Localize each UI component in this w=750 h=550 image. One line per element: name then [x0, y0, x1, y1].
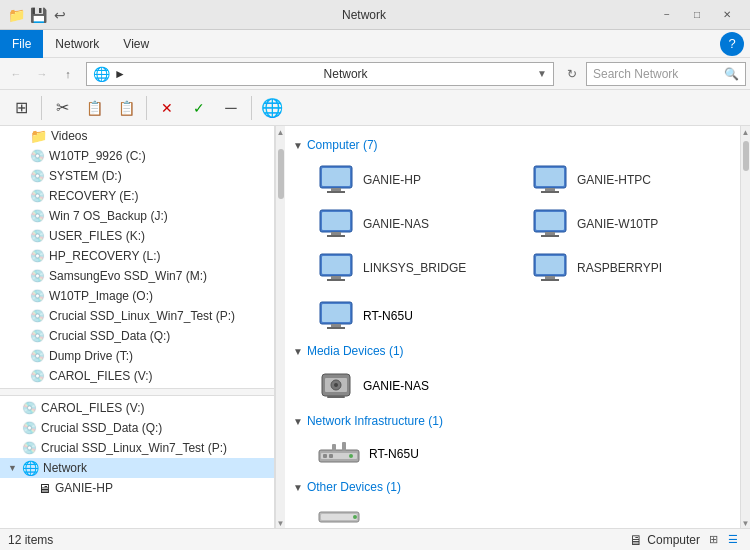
cut-button[interactable]: ✂	[47, 93, 77, 123]
details-view-button[interactable]: ☰	[724, 531, 742, 549]
up-button[interactable]: ↑	[56, 62, 80, 86]
scroll-down-arrow[interactable]: ▼	[277, 519, 285, 528]
maximize-button[interactable]: □	[682, 5, 712, 25]
svg-rect-5	[536, 168, 564, 186]
sidebar-item-t[interactable]: 💿 Dump Drive (T:)	[0, 346, 274, 366]
scroll-up-arrow[interactable]: ▲	[277, 128, 285, 137]
section-header-media[interactable]: ▼ Media Devices (1)	[293, 340, 732, 362]
navigation-toolbar: ← → ↑ 🌐 ► Network ▼ ↻ Search Network 🔍	[0, 58, 750, 90]
drive-v-icon: 💿	[30, 369, 45, 383]
content-scroll[interactable]: ▲ ▼	[740, 126, 750, 528]
computer-item-ganie-w10tp[interactable]: GANIE-W10TP	[523, 204, 733, 244]
copy-button[interactable]: 📋	[79, 93, 109, 123]
save-icon[interactable]: 💾	[30, 7, 46, 23]
drive-o-icon: 💿	[30, 289, 45, 303]
drive-m-icon: 💿	[30, 269, 45, 283]
drive-k-icon: 💿	[30, 229, 45, 243]
search-placeholder: Search Network	[593, 67, 724, 81]
sidebar-item-crucial-q2[interactable]: 💿 Crucial SSD_Data (Q:)	[0, 418, 274, 438]
sidebar-item-carol[interactable]: 💿 CAROL_FILES (V:)	[0, 398, 274, 418]
content-scroll-down[interactable]: ▼	[742, 519, 750, 528]
label-raspberry: RASPBERRYPI	[577, 261, 662, 275]
svg-rect-15	[541, 235, 559, 237]
address-bar[interactable]: 🌐 ► Network ▼	[86, 62, 554, 86]
sidebar-item-crucial-p2[interactable]: 💿 Crucial SSD_Linux_Win7_Test (P:)	[0, 438, 274, 458]
section-header-computer[interactable]: ▼ Computer (7)	[293, 134, 732, 156]
large-icons-view-button[interactable]: ⊞	[704, 531, 722, 549]
title-bar-icons: 📁 💾 ↩	[8, 7, 68, 23]
address-dropdown-icon[interactable]: ▼	[537, 68, 547, 79]
content-scroll-up[interactable]: ▲	[742, 128, 750, 137]
computer-item-raspberry[interactable]: RASPBERRYPI	[523, 248, 733, 288]
forward-button[interactable]: →	[30, 62, 54, 86]
status-bar: 12 items 🖥 Computer ⊞ ☰	[0, 528, 750, 550]
label-linksys: LINKSYS_BRIDGE	[363, 261, 466, 275]
sidebar-label-v: CAROL_FILES (V:)	[49, 369, 153, 383]
sidebar-item-c[interactable]: 💿 W10TP_9926 (C:)	[0, 146, 274, 166]
section-header-other[interactable]: ▼ Other Devices (1)	[293, 476, 732, 498]
sidebar-item-k[interactable]: 💿 USER_FILES (K:)	[0, 226, 274, 246]
refresh-button[interactable]: ↻	[560, 62, 584, 86]
sidebar-label-e: RECOVERY (E:)	[49, 189, 139, 203]
status-item-count: 12 items	[8, 533, 53, 547]
computer-item-ganie-hp[interactable]: GANIE-HP	[309, 160, 519, 200]
sidebar-item-network[interactable]: ▼ 🌐 Network	[0, 458, 274, 478]
sidebar-item-ganie-hp[interactable]: 🖥 GANIE-HP	[0, 478, 274, 498]
sidebar-item-j[interactable]: 💿 Win 7 OS_Backup (J:)	[0, 206, 274, 226]
sidebar-label-videos: Videos	[51, 129, 87, 143]
crucial-p2-icon: 💿	[22, 441, 37, 455]
computer-item-rt[interactable]: RT-N65U	[309, 296, 509, 336]
other-device-svg	[317, 506, 361, 528]
media-item-ganie-nas[interactable]: GANIE-NAS	[309, 366, 509, 406]
sidebar-item-d[interactable]: 💿 SYSTEM (D:)	[0, 166, 274, 186]
computer-item-ganie-htpc[interactable]: GANIE-HTPC	[523, 160, 733, 200]
section-header-infra[interactable]: ▼ Network Infrastructure (1)	[293, 410, 732, 432]
svg-rect-22	[545, 276, 555, 279]
minimize-button[interactable]: −	[652, 5, 682, 25]
svg-point-42	[353, 515, 357, 519]
close-button[interactable]: ✕	[712, 5, 742, 25]
section-label-media: Media Devices (1)	[307, 344, 404, 358]
sidebar-item-v[interactable]: 💿 CAROL_FILES (V:)	[0, 366, 274, 386]
paste-button[interactable]: 📋	[111, 93, 141, 123]
sidebar-item-e[interactable]: 💿 RECOVERY (E:)	[0, 186, 274, 206]
sidebar-scroll[interactable]: ▲ ▼	[275, 126, 285, 528]
properties-button[interactable]: ─	[216, 93, 246, 123]
sidebar-item-o[interactable]: 💿 W10TP_Image (O:)	[0, 286, 274, 306]
infra-item-rt[interactable]: RT-N65U	[309, 436, 509, 472]
scroll-track	[278, 139, 284, 517]
search-box[interactable]: Search Network 🔍	[586, 62, 746, 86]
view-menu[interactable]: View	[111, 30, 161, 58]
sidebar-label-carol: CAROL_FILES (V:)	[41, 401, 145, 415]
view-toggle-button[interactable]: ⊞	[6, 93, 36, 123]
drive-q-icon: 💿	[30, 329, 45, 343]
sidebar-item-videos[interactable]: 📁 Videos	[0, 126, 274, 146]
computer-item-ganie-nas[interactable]: GANIE-NAS	[309, 204, 519, 244]
undo-icon[interactable]: ↩	[52, 7, 68, 23]
other-item-1[interactable]	[309, 502, 509, 528]
scroll-thumb[interactable]	[278, 149, 284, 199]
separator-1	[41, 96, 42, 120]
sidebar-item-m[interactable]: 💿 SamsungEvo SSD_Win7 (M:)	[0, 266, 274, 286]
sidebar-item-q[interactable]: 💿 Crucial SSD_Data (Q:)	[0, 326, 274, 346]
label-ganie-hp: GANIE-HP	[363, 173, 421, 187]
monitor-svg-ganie-w10tp	[531, 208, 569, 240]
sidebar-item-p[interactable]: 💿 Crucial SSD_Linux_Win7_Test (P:)	[0, 306, 274, 326]
svg-rect-36	[329, 454, 333, 458]
network-menu[interactable]: Network	[43, 30, 111, 58]
delete-button[interactable]: ✕	[152, 93, 182, 123]
section-arrow-computer: ▼	[293, 140, 303, 151]
help-button[interactable]: ?	[720, 32, 744, 56]
network-icon-button[interactable]: 🌐	[257, 93, 287, 123]
drive-d-icon: 💿	[30, 169, 45, 183]
rename-button[interactable]: ✓	[184, 93, 214, 123]
computer-item-linksys[interactable]: LINKSYS_BRIDGE	[309, 248, 519, 288]
address-network-label: Network	[324, 67, 534, 81]
monitor-svg-ganie-nas	[317, 208, 355, 240]
file-menu[interactable]: File	[0, 30, 43, 58]
sidebar-item-l[interactable]: 💿 HP_RECOVERY (L:)	[0, 246, 274, 266]
sidebar-label-crucial-p2: Crucial SSD_Linux_Win7_Test (P:)	[41, 441, 227, 455]
content-scroll-thumb[interactable]	[743, 141, 749, 171]
label-ganie-w10tp: GANIE-W10TP	[577, 217, 658, 231]
back-button[interactable]: ←	[4, 62, 28, 86]
